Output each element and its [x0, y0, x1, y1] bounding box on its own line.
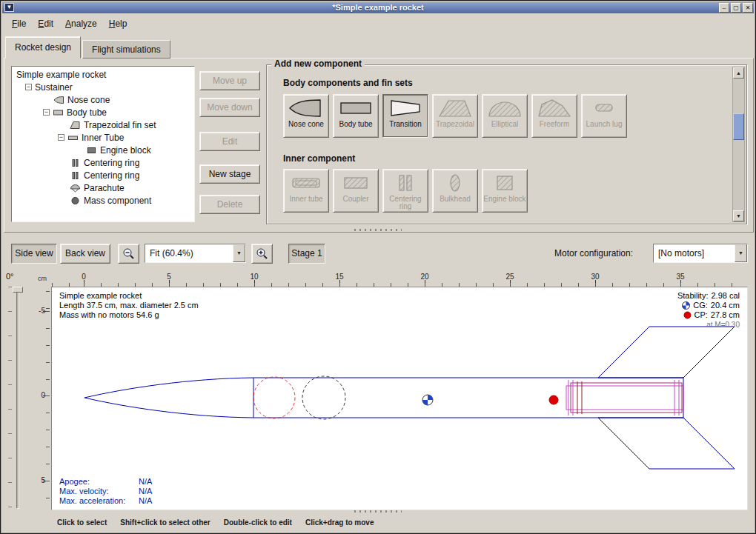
minimize-button[interactable]: – [719, 3, 729, 13]
rotation-slider[interactable] [16, 287, 19, 509]
menu-edit[interactable]: Edit [32, 16, 59, 32]
side-view-button[interactable]: Side view [11, 244, 57, 264]
rocket-figure-area: 0° cm 0 5 10 15 20 25 30 35 -5 0 5 [1, 270, 756, 512]
rocket-canvas[interactable]: Simple example rocket Length 37.5 cm, ma… [51, 287, 748, 510]
nose-cone-button[interactable]: Nose cone [283, 94, 329, 138]
zoom-select[interactable]: Fit (60.4%) ▼ [145, 244, 246, 263]
body-component-buttons: Nose cone Body tube Transition Trapezoid… [283, 94, 627, 138]
add-component-group: Add new component Body components and fi… [266, 64, 747, 224]
tree-row-centering-ring-1[interactable]: Centering ring [12, 156, 194, 169]
zoom-out-icon [122, 247, 135, 260]
rotation-slider-handle[interactable] [13, 287, 23, 293]
dropdown-arrow-icon[interactable]: ▼ [233, 244, 245, 262]
hint-drag: Click+drag to move [305, 518, 374, 527]
hint-double-click: Double-click to edit [224, 518, 292, 527]
vertical-ruler: -5 0 5 [30, 287, 50, 510]
bulkhead-icon [437, 172, 474, 194]
menu-help[interactable]: Help [103, 16, 133, 32]
centering-ring-icon [70, 158, 81, 167]
ruler-unit: cm [38, 275, 47, 282]
body-tube-button[interactable]: Body tube [333, 94, 379, 138]
cg-icon [682, 301, 690, 310]
nose-cone-icon [288, 97, 325, 119]
launch-lug-icon [586, 97, 623, 119]
scroll-up-icon[interactable]: ▲ [733, 67, 744, 79]
tree-row-rocket[interactable]: Simple example rocket [12, 68, 194, 81]
bulkhead-button[interactable]: Bulkhead [432, 169, 478, 213]
mass-component-icon [70, 196, 81, 205]
zoom-in-icon [256, 247, 268, 260]
dropdown-arrow-icon[interactable]: ▼ [735, 244, 747, 262]
motor-config-label: Motor configuration: [554, 248, 633, 258]
coupler-button[interactable]: Coupler [333, 169, 379, 213]
tree-row-fin-set[interactable]: Trapezoidal fin set [12, 119, 194, 131]
new-stage-button[interactable]: New stage [199, 164, 260, 184]
delete-button[interactable]: Delete [199, 195, 260, 214]
stability-info: Stability: 2.98 cal CG: 20.4 cm CP: 27.8… [677, 291, 740, 330]
tree-row-nose-cone[interactable]: Nose cone [12, 93, 194, 106]
move-up-button[interactable]: Move up [199, 71, 260, 90]
flight-data: Apogee:N/A Max. velocity:N/A Max. accele… [59, 477, 152, 506]
cp-icon [683, 311, 692, 319]
tree-row-engine-block[interactable]: Engine block [12, 144, 194, 156]
tree-row-mass-component[interactable]: Mass component [12, 194, 194, 207]
engine-block-button[interactable]: Engine block [482, 169, 528, 213]
zoom-in-button[interactable] [251, 244, 273, 264]
trapezoidal-fin-icon [437, 97, 474, 119]
component-tree[interactable]: Simple example rocket Sustainer Nose con… [11, 66, 195, 222]
move-down-button[interactable]: Move down [199, 98, 260, 117]
freeform-fin-button[interactable]: Freeform [531, 94, 577, 138]
app-menu-icon[interactable]: ▼ [4, 3, 14, 12]
main-tabs: Rocket design Flight simulations [5, 36, 172, 59]
cg-marker [422, 395, 433, 405]
trapezoidal-fin-button[interactable]: Trapezoidal [432, 94, 478, 138]
inner-tube-icon [67, 133, 79, 142]
stage-1-toggle[interactable]: Stage 1 [288, 244, 325, 264]
parachute-icon [70, 184, 81, 193]
collapse-handle-icon[interactable] [25, 84, 32, 90]
window-title: *Simple example rocket [2, 2, 754, 13]
statusbar: Click to select Shift+click to select ot… [2, 513, 754, 533]
close-button[interactable]: ✕ [743, 3, 753, 13]
tree-row-body-tube[interactable]: Body tube [12, 106, 194, 119]
scroll-down-icon[interactable]: ▼ [733, 210, 744, 221]
menubar: File Edit Analyze Help [2, 14, 754, 33]
centering-ring-button[interactable]: Centering ring [382, 169, 428, 213]
edit-button[interactable]: Edit [199, 132, 260, 151]
engine-block-icon [486, 172, 523, 194]
engine-block-icon [86, 146, 97, 155]
menu-analyze[interactable]: Analyze [59, 16, 103, 32]
coupler-icon [337, 172, 374, 194]
collapse-handle-icon[interactable] [58, 134, 64, 141]
group-title: Add new component [271, 59, 365, 69]
app-window: ▼ *Simple example rocket – ▢ ✕ File Edit… [0, 0, 756, 534]
rocket-info: Simple example rocket Length 37.5 cm, ma… [59, 291, 199, 320]
titlebar[interactable]: ▼ *Simple example rocket – ▢ ✕ [2, 2, 754, 13]
tree-row-parachute[interactable]: Parachute [12, 181, 194, 194]
collapse-handle-icon[interactable] [43, 109, 50, 116]
maximize-button[interactable]: ▢ [731, 3, 741, 13]
horizontal-splitter[interactable] [1, 229, 755, 232]
menu-file[interactable]: File [6, 16, 32, 32]
launch-lug-button[interactable]: Launch lug [581, 94, 627, 138]
inner-tube-icon [288, 172, 325, 194]
zoom-out-button[interactable] [118, 244, 139, 264]
tab-flight-simulations[interactable]: Flight simulations [82, 40, 170, 59]
tree-row-centering-ring-2[interactable]: Centering ring [12, 169, 194, 181]
hint-shift-click: Shift+click to select other [120, 518, 210, 527]
transition-button[interactable]: Transition [382, 94, 428, 138]
component-scrollbar[interactable]: ▲ ▼ [732, 67, 745, 222]
centering-ring-icon [70, 171, 81, 180]
tree-row-stage[interactable]: Sustainer [12, 81, 194, 93]
motor-config-select[interactable]: [No motors] ▼ [653, 244, 748, 263]
elliptical-fin-button[interactable]: Elliptical [482, 94, 528, 138]
inner-tube-button[interactable]: Inner tube [283, 169, 329, 213]
tab-rocket-design[interactable]: Rocket design [5, 36, 81, 59]
tree-row-inner-tube[interactable]: Inner Tube [12, 131, 194, 144]
cp-marker [549, 396, 558, 404]
back-view-button[interactable]: Back view [60, 244, 110, 264]
scrollbar-thumb[interactable] [733, 113, 744, 140]
centering-ring-icon [387, 172, 424, 194]
rotation-ticks [8, 287, 12, 509]
inner-component-buttons: Inner tube Coupler Centering ring Bulkhe… [283, 169, 528, 213]
